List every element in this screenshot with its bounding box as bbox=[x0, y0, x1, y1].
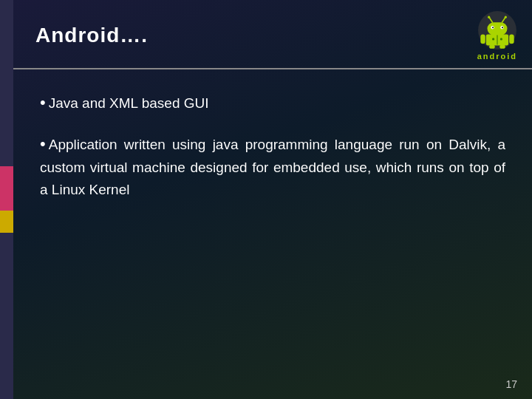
svg-point-4 bbox=[492, 27, 494, 28]
bullet-symbol-1: • bbox=[40, 93, 46, 112]
svg-point-9 bbox=[505, 16, 507, 18]
bullet-item-2: •Application written using java programm… bbox=[40, 132, 505, 200]
svg-rect-14 bbox=[499, 44, 505, 48]
slide-header: Android…. bbox=[13, 0, 532, 69]
svg-rect-11 bbox=[480, 34, 485, 44]
accent-pink bbox=[0, 166, 13, 211]
bullet-text-1: Java and XML based GUI bbox=[49, 95, 209, 111]
android-logo: android bbox=[477, 10, 517, 61]
svg-point-5 bbox=[502, 27, 503, 28]
android-brand-text: android bbox=[477, 52, 517, 61]
slide-content: •Java and XML based GUI •Application wri… bbox=[13, 69, 532, 399]
svg-rect-1 bbox=[487, 22, 507, 35]
page-number: 17 bbox=[505, 378, 517, 390]
svg-point-8 bbox=[488, 16, 490, 18]
svg-rect-13 bbox=[489, 44, 495, 48]
accent-top bbox=[0, 0, 13, 166]
slide: Android…. bbox=[0, 0, 532, 399]
svg-point-17 bbox=[500, 38, 502, 40]
accent-yellow bbox=[0, 211, 13, 233]
left-accent-bars bbox=[0, 0, 13, 399]
bullet-text-2: Application written using java programmi… bbox=[40, 137, 505, 197]
svg-point-16 bbox=[492, 38, 494, 40]
accent-bottom bbox=[0, 233, 13, 399]
svg-rect-12 bbox=[509, 34, 514, 44]
bullet-item-1: •Java and XML based GUI bbox=[40, 90, 505, 115]
bullet-symbol-2: • bbox=[40, 134, 46, 153]
android-robot-icon bbox=[477, 10, 517, 50]
slide-title: Android…. bbox=[35, 24, 148, 47]
